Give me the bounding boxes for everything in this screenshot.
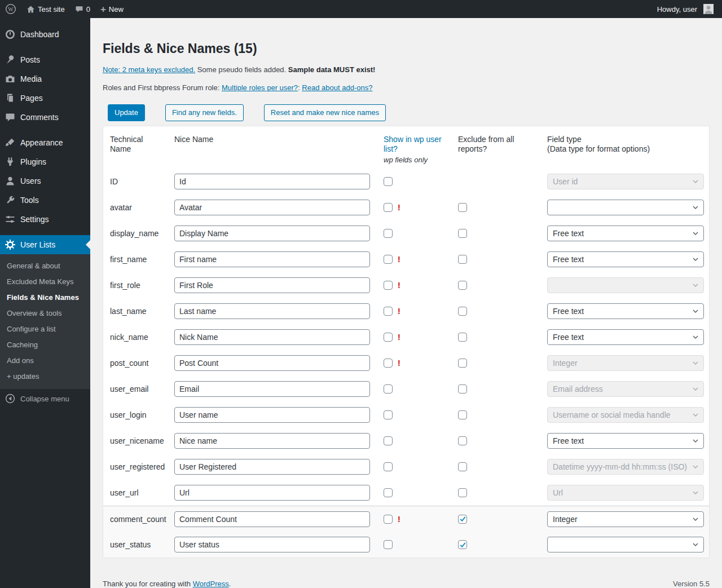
nice-name-cell bbox=[174, 381, 384, 397]
nice-name-input[interactable] bbox=[174, 200, 370, 215]
show-in-list-header-link[interactable]: Show in wp user list? bbox=[384, 135, 447, 154]
show-in-list-checkbox[interactable] bbox=[384, 540, 393, 549]
nice-name-input[interactable] bbox=[174, 537, 370, 552]
show-in-list-checkbox[interactable] bbox=[384, 410, 393, 419]
new-content-menu[interactable]: + New bbox=[95, 0, 129, 18]
exclude-checkbox[interactable] bbox=[458, 203, 467, 212]
collapse-menu-button[interactable]: Collapse menu bbox=[0, 389, 90, 408]
field-type-select[interactable]: Free text bbox=[547, 433, 704, 449]
sidebar-item-pages[interactable]: Pages bbox=[0, 89, 90, 108]
sidebar-item-appearance[interactable]: Appearance bbox=[0, 133, 90, 152]
nice-name-input[interactable] bbox=[174, 511, 370, 527]
sidebar-item-comments[interactable]: Comments bbox=[0, 108, 90, 127]
show-in-list-checkbox[interactable] bbox=[384, 177, 393, 186]
exclude-checkbox[interactable] bbox=[458, 307, 467, 316]
table-row-user-url: user_urlUrl bbox=[103, 480, 709, 506]
sidebar-item-media[interactable]: Media bbox=[0, 69, 90, 89]
nice-name-input[interactable] bbox=[174, 329, 370, 345]
nice-name-input[interactable] bbox=[174, 226, 370, 241]
show-in-list-checkbox[interactable] bbox=[384, 515, 393, 524]
show-in-list-checkbox[interactable] bbox=[384, 307, 393, 316]
comments-menu[interactable]: 0 bbox=[70, 0, 95, 18]
nice-name-input[interactable] bbox=[174, 407, 370, 423]
sidebar-item-label: Plugins bbox=[20, 157, 46, 166]
nice-name-input[interactable] bbox=[174, 277, 370, 293]
exclude-checkbox[interactable] bbox=[458, 462, 467, 471]
chevron-down-icon bbox=[691, 177, 700, 186]
nice-name-input[interactable] bbox=[174, 485, 370, 501]
field-type-select[interactable] bbox=[547, 537, 704, 552]
my-account-menu[interactable]: Howdy, user bbox=[652, 0, 719, 18]
exclude-checkbox[interactable] bbox=[458, 515, 467, 524]
nice-name-input[interactable] bbox=[174, 459, 370, 475]
exclude-cell bbox=[458, 229, 547, 238]
exclude-checkbox[interactable] bbox=[458, 436, 467, 445]
field-type-select[interactable]: Free text bbox=[547, 226, 704, 241]
exclude-checkbox[interactable] bbox=[458, 359, 467, 368]
multiple-roles-link[interactable]: Multiple roles per user? bbox=[222, 83, 298, 92]
exclude-checkbox[interactable] bbox=[458, 333, 467, 342]
nice-name-cell bbox=[174, 303, 384, 319]
field-type-value: Email address bbox=[553, 384, 603, 394]
field-type-select[interactable]: Integer bbox=[547, 511, 704, 527]
nice-name-input[interactable] bbox=[174, 381, 370, 397]
exclude-checkbox[interactable] bbox=[458, 229, 467, 238]
nice-name-input[interactable] bbox=[174, 251, 370, 267]
chevron-down-icon bbox=[691, 515, 700, 524]
sidebar-item-plugins[interactable]: Plugins bbox=[0, 152, 90, 171]
submenu-item-updates[interactable]: + updates bbox=[0, 369, 90, 384]
submenu-item-fields-nice-names[interactable]: Fields & Nice Names bbox=[0, 290, 90, 306]
reset-nice-names-button[interactable]: Reset and make new nice names bbox=[264, 104, 386, 121]
submenu-item-configure-a-list[interactable]: Configure a list bbox=[0, 321, 90, 337]
meta-keys-excluded-link[interactable]: Note: 2 meta keys excluded. bbox=[103, 65, 195, 74]
show-in-list-checkbox[interactable] bbox=[384, 203, 393, 212]
technical-name-cell: first_role bbox=[103, 281, 174, 290]
exclude-checkbox[interactable] bbox=[458, 281, 467, 290]
update-button[interactable]: Update bbox=[108, 104, 145, 121]
sidebar-item-user-lists[interactable]: User Lists bbox=[0, 235, 90, 254]
exclude-checkbox[interactable] bbox=[458, 255, 467, 264]
field-type-select[interactable]: Free text bbox=[547, 329, 704, 345]
submenu-item-add-ons[interactable]: Add ons bbox=[0, 353, 90, 369]
submenu-item-overview-tools[interactable]: Overview & tools bbox=[0, 306, 90, 321]
sidebar-item-posts[interactable]: Posts bbox=[0, 50, 90, 69]
nice-name-input[interactable] bbox=[174, 433, 370, 449]
show-in-list-checkbox[interactable] bbox=[384, 281, 393, 290]
site-name-link[interactable]: Test site bbox=[21, 0, 70, 18]
exclude-checkbox[interactable] bbox=[458, 410, 467, 419]
show-in-list-checkbox[interactable] bbox=[384, 255, 393, 264]
exclude-checkbox[interactable] bbox=[458, 488, 467, 497]
exclude-checkbox[interactable] bbox=[458, 384, 467, 394]
field-type-select bbox=[547, 277, 704, 293]
show-in-list-checkbox[interactable] bbox=[384, 229, 393, 238]
sidebar-item-users[interactable]: Users bbox=[0, 171, 90, 191]
wordpress-logo-menu[interactable]: W bbox=[0, 0, 21, 18]
wordpress-link[interactable]: WordPress bbox=[193, 580, 229, 588]
nice-name-input[interactable] bbox=[174, 174, 370, 189]
submenu-item-general-about[interactable]: General & about bbox=[0, 258, 90, 274]
sidebar-item-dashboard[interactable]: Dashboard bbox=[0, 25, 90, 44]
find-new-fields-button[interactable]: Find any new fields. bbox=[165, 104, 244, 121]
comment-bubble-icon bbox=[75, 5, 83, 14]
show-in-list-cell bbox=[384, 384, 458, 394]
submenu-item-cacheing[interactable]: Cacheing bbox=[0, 337, 90, 353]
technical-name: user_email bbox=[110, 384, 148, 394]
menu-separator bbox=[0, 127, 90, 133]
field-type-select[interactable]: Free text bbox=[547, 303, 704, 319]
submenu-item-excluded-meta-keys[interactable]: Excluded Meta Keys bbox=[0, 274, 90, 290]
show-in-list-checkbox[interactable] bbox=[384, 384, 393, 394]
show-in-list-checkbox[interactable] bbox=[384, 359, 393, 368]
sidebar-item-label: Media bbox=[20, 74, 42, 83]
exclude-checkbox[interactable] bbox=[458, 540, 467, 549]
show-in-list-checkbox[interactable] bbox=[384, 436, 393, 445]
addons-link[interactable]: Read about add-ons? bbox=[302, 83, 372, 92]
show-in-list-checkbox[interactable] bbox=[384, 488, 393, 497]
field-type-select[interactable] bbox=[547, 200, 704, 215]
show-in-list-checkbox[interactable] bbox=[384, 462, 393, 471]
sidebar-item-tools[interactable]: Tools bbox=[0, 191, 90, 210]
show-in-list-checkbox[interactable] bbox=[384, 333, 393, 342]
field-type-select[interactable]: Free text bbox=[547, 251, 704, 267]
nice-name-input[interactable] bbox=[174, 303, 370, 319]
nice-name-input[interactable] bbox=[174, 355, 370, 371]
sidebar-item-settings[interactable]: Settings bbox=[0, 210, 90, 229]
